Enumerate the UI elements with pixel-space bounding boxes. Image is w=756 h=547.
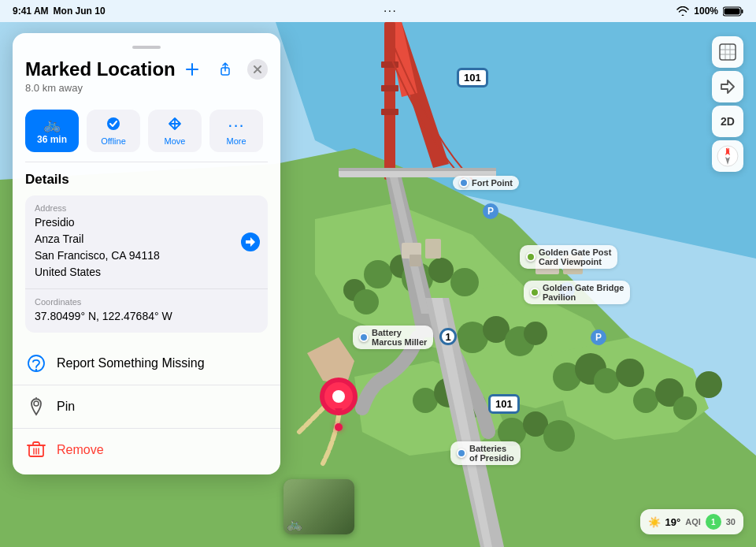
remove-label: Remove <box>57 443 104 457</box>
poi-golden-gate-bridge-pavilion[interactable]: Golden Gate BridgePavilion <box>524 281 630 304</box>
map-thumbnail[interactable]: 🚲 <box>284 479 354 534</box>
bike-button[interactable]: 🚲 36 min <box>25 110 79 152</box>
highway-101-top: 101 <box>457 68 488 87</box>
svg-rect-34 <box>339 168 496 171</box>
svg-rect-31 <box>381 85 398 91</box>
location-pin[interactable] <box>319 377 358 427</box>
address-line1: Presidio <box>35 216 75 229</box>
svg-text:N: N <box>725 147 729 153</box>
report-missing-item[interactable]: Report Something Missing <box>13 342 280 385</box>
compass-button[interactable]: N <box>712 140 743 172</box>
svg-point-14 <box>524 322 547 345</box>
add-button[interactable] <box>181 58 203 80</box>
coordinates-value: 37.80499° N, 122.47684° W <box>35 308 258 325</box>
svg-rect-2 <box>724 8 739 14</box>
weather-temp: 19° <box>665 516 681 528</box>
navigate-icon <box>245 236 256 247</box>
map-type-button[interactable] <box>712 36 743 68</box>
poi-batteries-presidio[interactable]: Batteriesof Presidio <box>450 441 521 465</box>
details-section: Details Address Presidio Anza Trail San … <box>13 162 280 339</box>
svg-point-28 <box>695 371 722 398</box>
status-time: 9:41 AM <box>13 6 49 17</box>
status-dots: ··· <box>384 7 398 16</box>
panel-title: Marked Location <box>25 58 176 80</box>
status-bar-center: ··· <box>384 6 398 17</box>
poi-fort-point[interactable]: Fort Point <box>453 176 519 190</box>
coordinates-label: Coordinates <box>35 297 258 307</box>
poi-golden-gate-post[interactable]: Golden Gate PostCard Viewpoint <box>520 245 617 269</box>
bike-icon: 🚲 <box>43 117 61 132</box>
panel-title-row: Marked Location <box>25 58 268 80</box>
poi-label-text: Golden Gate PostCard Viewpoint <box>539 247 611 266</box>
svg-point-18 <box>616 359 644 387</box>
poi-battery-marcus[interactable]: BatteryMarcus Miller <box>353 326 433 349</box>
offline-label: Offline <box>101 136 126 146</box>
details-title: Details <box>25 172 268 188</box>
svg-point-56 <box>35 369 37 370</box>
thumbnail-bike-icon: 🚲 <box>287 516 302 531</box>
battery-percentage: 100% <box>694 6 718 17</box>
trash-icon <box>25 439 47 461</box>
pin-icon <box>25 396 47 418</box>
plus-icon <box>184 61 200 77</box>
svg-rect-37 <box>410 255 421 266</box>
details-card: Address Presidio Anza Trail San Francisc… <box>25 195 268 333</box>
poi-label-text: Fort Point <box>472 178 513 188</box>
share-icon <box>217 61 233 77</box>
offline-icon <box>106 116 121 134</box>
poi-dot <box>459 178 469 188</box>
svg-point-57 <box>34 401 39 406</box>
pin-label: Pin <box>57 400 75 414</box>
svg-point-48 <box>332 390 345 403</box>
pin-item[interactable]: Pin <box>13 385 280 428</box>
svg-point-24 <box>543 420 575 452</box>
weather-badge: ☀️ 19° AQI 1 30 <box>640 509 743 534</box>
address-row: Address Presidio Anza Trail San Francisc… <box>25 195 268 288</box>
report-missing-label: Report Something Missing <box>57 356 205 370</box>
compass-icon: N <box>716 144 739 168</box>
location-panel: Marked Location <box>13 33 280 474</box>
thumbnail-inner: 🚲 <box>284 479 354 534</box>
offline-button[interactable]: Offline <box>87 110 140 152</box>
report-icon <box>25 352 47 374</box>
panel-subtitle: 8.0 km away <box>25 82 268 94</box>
svg-rect-63 <box>720 44 736 60</box>
navigate-button[interactable] <box>241 233 260 251</box>
poi-dot <box>457 448 466 458</box>
remove-item[interactable]: Remove <box>13 428 280 471</box>
more-button[interactable]: ··· More <box>209 110 263 152</box>
svg-rect-30 <box>381 61 398 68</box>
poi-dot <box>530 288 539 297</box>
drag-indicator <box>132 46 161 49</box>
status-bar-left: 9:41 AM Mon Jun 10 <box>13 6 106 17</box>
action-list: Report Something Missing Pin <box>13 339 280 474</box>
poi-label-text: BatteryMarcus Miller <box>372 328 427 347</box>
poi-dot <box>526 252 536 262</box>
address-line2: Anza Trail <box>35 233 83 245</box>
map-type-icon <box>719 43 736 61</box>
close-icon <box>253 65 262 74</box>
svg-text:P: P <box>595 332 602 343</box>
share-button[interactable] <box>214 58 236 80</box>
move-icon <box>167 116 183 134</box>
address-line4: United States <box>35 266 101 278</box>
pin-dot <box>335 423 343 431</box>
svg-point-17 <box>594 368 619 393</box>
svg-point-4 <box>364 260 392 288</box>
move-button[interactable]: Move <box>148 110 202 152</box>
svg-rect-32 <box>381 109 398 115</box>
more-icon: ··· <box>228 117 244 134</box>
move-label: Move <box>165 136 186 146</box>
status-date: Mon Jun 10 <box>54 6 106 17</box>
status-bar-right: 100% <box>676 6 743 17</box>
directions-button[interactable] <box>712 71 743 102</box>
poi-dot <box>359 333 369 342</box>
svg-text:P: P <box>487 206 494 217</box>
svg-rect-1 <box>741 9 743 13</box>
action-buttons: 🚲 36 min Offline Move ··· More <box>13 102 280 162</box>
close-button[interactable] <box>247 59 268 80</box>
2d-toggle-button[interactable]: 2D <box>712 106 743 137</box>
coordinates-row: Coordinates 37.80499° N, 122.47684° W <box>25 288 268 333</box>
poi-label-text: Golden Gate BridgePavilion <box>543 283 624 302</box>
highway-101-mid: 101 <box>488 394 520 414</box>
